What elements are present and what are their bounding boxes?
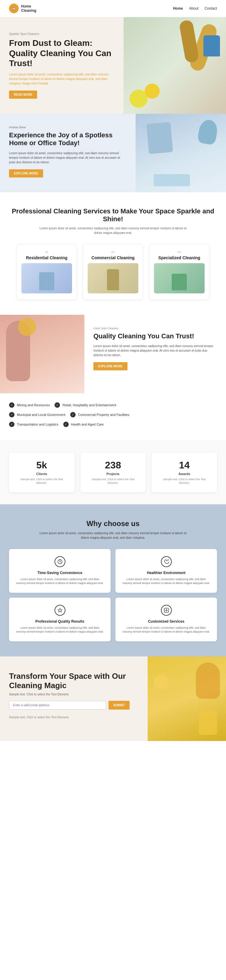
email-form: SUBMIT — [9, 701, 130, 710]
check-icon-2: ✓ — [55, 402, 60, 408]
transform-text: Sample text. Click to select the Text El… — [9, 693, 130, 696]
transform-title: Transform Your Space with Our Cleaning M… — [9, 671, 130, 690]
section2-cta-button[interactable]: EXPLORE MORE — [9, 169, 43, 177]
industry-label-municipal: Municipal and Local Government — [17, 413, 65, 417]
section4-cta-button[interactable]: EXPLORE MORE — [93, 362, 128, 370]
service-num-2: 02 — [88, 250, 138, 253]
hero-text: Lorem ipsum dolor sit amet, consectetur … — [9, 72, 117, 86]
service-title-2: Commercial Cleaning — [88, 255, 138, 260]
transform-bottom-text: Sample text. Click to select the Text El… — [9, 716, 130, 719]
industry-municipal: ✓ Municipal and Local Government — [9, 412, 65, 417]
industry-label-transport: Transportation and Logistics — [17, 423, 58, 426]
section4: Fresh Start Cleaners Quality Cleaning Yo… — [0, 315, 226, 393]
why-choose-title: Why choose us — [9, 519, 217, 528]
email-input[interactable] — [9, 701, 106, 710]
service-card-residential: 01 Residential Cleaning — [17, 244, 77, 300]
why-choose-text: Lorem ipsum dolor sit amet, consectetur … — [38, 531, 188, 540]
why-choose-section: Why choose us Lorem ipsum dolor sit amet… — [0, 504, 226, 657]
transform-image — [148, 657, 226, 741]
service-card-specialized: 03 Specialized Cleaning — [149, 244, 209, 300]
healthier-icon — [161, 556, 172, 567]
hero-link[interactable]: Freepik — [38, 82, 48, 85]
check-icon-3: ✓ — [9, 412, 14, 417]
stats-grid: 5k Clients Sample text. Click to select … — [9, 452, 217, 492]
nav-about[interactable]: About — [189, 6, 198, 11]
service-image-specialized — [154, 263, 205, 293]
transform-section: Transform Your Space with Our Cleaning M… — [0, 657, 226, 741]
hero-subtitle: Sparkle Spot Cleaners — [9, 32, 117, 36]
services-section: Professional Cleaning Services to Make Y… — [0, 192, 226, 315]
quality-icon — [55, 605, 65, 616]
why-card-time: Time-Saving Convenience Lorem ipsum dolo… — [9, 549, 111, 593]
why-card-title-custom: Customized Services — [122, 619, 211, 624]
why-card-title-quality: Professional Quality Results — [15, 619, 104, 624]
stat-number-awards: 14 — [158, 460, 211, 471]
hero-image — [123, 17, 226, 114]
industry-health: ✓ Health and Aged Care — [63, 422, 104, 427]
stat-number-clients: 5k — [15, 460, 68, 471]
why-card-title-time: Time-Saving Convenience — [15, 571, 104, 575]
services-title: Professional Cleaning Services to Make Y… — [9, 207, 217, 223]
nav-links: Home About Contact — [173, 6, 217, 11]
section2-title: Experience the Joy of a Spotless Home or… — [9, 131, 126, 147]
industry-retail: ✓ Retail, Hospitality and Entertainment — [55, 402, 116, 408]
service-image-residential — [21, 263, 72, 293]
nav-contact[interactable]: Contact — [205, 6, 217, 11]
stat-text-clients: Sample text. Click to select the Text El… — [15, 477, 68, 485]
section4-text: Lorem ipsum dolor sit amet, consectetur … — [93, 344, 217, 357]
logo-icon: 🏠 — [9, 4, 19, 13]
industry-row-3: ✓ Transportation and Logistics ✓ Health … — [9, 422, 217, 427]
why-card-quality: Professional Quality Results Lorem ipsum… — [9, 598, 111, 641]
logo-text: Home Cleaning — [21, 4, 36, 13]
industries-section: ✓ Mining and Resources ✓ Retail, Hospita… — [0, 393, 226, 440]
section2-content: Pristine Shine Experience the Joy of a S… — [0, 114, 136, 192]
check-icon-4: ✓ — [70, 412, 76, 417]
services-grid: 01 Residential Cleaning 02 Commercial Cl… — [9, 244, 217, 300]
service-card-commercial: 02 Commercial Cleaning — [83, 244, 143, 300]
stat-label-projects: Projects — [87, 472, 140, 476]
industry-label-retail: Retail, Hospitality and Entertainment — [62, 403, 116, 407]
transform-content: Transform Your Space with Our Cleaning M… — [9, 671, 130, 719]
check-icon-6: ✓ — [63, 422, 69, 427]
service-image-commercial — [88, 263, 138, 293]
hero-section: Sparkle Spot Cleaners From Dust to Gleam… — [0, 17, 226, 114]
service-title-1: Residential Cleaning — [21, 255, 72, 260]
section4-content: Fresh Start Cleaners Quality Cleaning Yo… — [84, 315, 226, 393]
hero-content: Sparkle Spot Cleaners From Dust to Gleam… — [9, 32, 117, 99]
why-card-text-health: Lorem ipsum dolor sit amet, consectetur … — [122, 578, 211, 585]
why-choose-header: Why choose us Lorem ipsum dolor sit amet… — [9, 519, 217, 540]
time-saving-icon — [55, 556, 65, 567]
section2-badge: Pristine Shine — [9, 126, 126, 129]
service-num-1: 01 — [21, 250, 72, 253]
industry-commercial-property: ✓ Commercial Property and Facilities — [70, 412, 130, 417]
industry-transport: ✓ Transportation and Logistics — [9, 422, 58, 427]
stats-section: 5k Clients Sample text. Click to select … — [0, 440, 226, 504]
industry-row-1: ✓ Mining and Resources ✓ Retail, Hospita… — [9, 402, 217, 408]
section2-image — [136, 114, 226, 192]
why-card-text-quality: Lorem ipsum dolor sit amet, consectetur … — [15, 626, 104, 634]
why-grid: Time-Saving Convenience Lorem ipsum dolo… — [9, 549, 217, 641]
why-card-health: Healthier Environment Lorem ipsum dolor … — [115, 549, 217, 593]
industry-label-mining: Mining and Resources — [17, 403, 50, 407]
stat-label-clients: Clients — [15, 472, 68, 476]
why-card-title-health: Healthier Environment — [122, 571, 211, 575]
section4-image — [0, 315, 84, 393]
industry-mining: ✓ Mining and Resources — [9, 402, 50, 408]
stat-projects: 238 Projects Sample text. Click to selec… — [81, 452, 146, 492]
stat-label-awards: Awards — [158, 472, 211, 476]
hero-title: From Dust to Gleam: Quality Cleaning You… — [9, 38, 117, 68]
nav-home[interactable]: Home — [173, 6, 183, 11]
submit-button[interactable]: SUBMIT — [109, 701, 130, 710]
section2: Pristine Shine Experience the Joy of a S… — [0, 114, 226, 192]
check-icon-5: ✓ — [9, 422, 14, 427]
service-title-3: Specialized Cleaning — [154, 255, 205, 260]
hero-cta-button[interactable]: READ MORE — [9, 91, 37, 99]
logo[interactable]: 🏠 Home Cleaning — [9, 4, 36, 13]
stat-text-projects: Sample text. Click to select the Text El… — [87, 477, 140, 485]
industry-label-health: Health and Aged Care — [71, 423, 104, 426]
stat-text-awards: Sample text. Click to select the Text El… — [158, 477, 211, 485]
stat-number-projects: 238 — [87, 460, 140, 471]
section4-badge: Fresh Start Cleaners — [93, 327, 217, 330]
section4-title: Quality Cleaning You Can Trust! — [93, 332, 217, 340]
why-card-custom: Customized Services Lorem ipsum dolor si… — [115, 598, 217, 641]
